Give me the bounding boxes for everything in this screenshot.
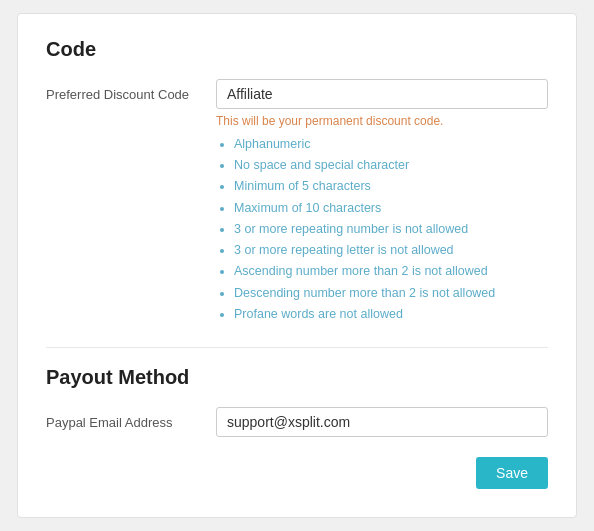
paypal-email-input[interactable] [216, 407, 548, 437]
rule-item: Descending number more than 2 is not all… [234, 283, 548, 304]
rule-item: 3 or more repeating letter is not allowe… [234, 240, 548, 261]
rule-item: Ascending number more than 2 is not allo… [234, 261, 548, 282]
payout-section-title: Payout Method [46, 366, 548, 389]
discount-code-input[interactable] [216, 79, 548, 109]
section-divider [46, 347, 548, 348]
discount-code-field: This will be your permanent discount cod… [216, 79, 548, 325]
rule-item: Alphanumeric [234, 134, 548, 155]
rules-list: AlphanumericNo space and special charact… [216, 134, 548, 325]
save-button-row: Save [46, 457, 548, 489]
discount-code-label: Preferred Discount Code [46, 79, 216, 102]
rule-item: Minimum of 5 characters [234, 176, 548, 197]
rule-item: 3 or more repeating number is not allowe… [234, 219, 548, 240]
discount-code-hint: This will be your permanent discount cod… [216, 114, 548, 128]
paypal-email-label: Paypal Email Address [46, 407, 216, 430]
main-card: Code Preferred Discount Code This will b… [17, 13, 577, 518]
rule-item: Maximum of 10 characters [234, 198, 548, 219]
discount-code-row: Preferred Discount Code This will be you… [46, 79, 548, 325]
paypal-email-row: Paypal Email Address [46, 407, 548, 437]
rule-item: No space and special character [234, 155, 548, 176]
save-button[interactable]: Save [476, 457, 548, 489]
rule-item: Profane words are not allowed [234, 304, 548, 325]
code-section-title: Code [46, 38, 548, 61]
paypal-email-field [216, 407, 548, 437]
